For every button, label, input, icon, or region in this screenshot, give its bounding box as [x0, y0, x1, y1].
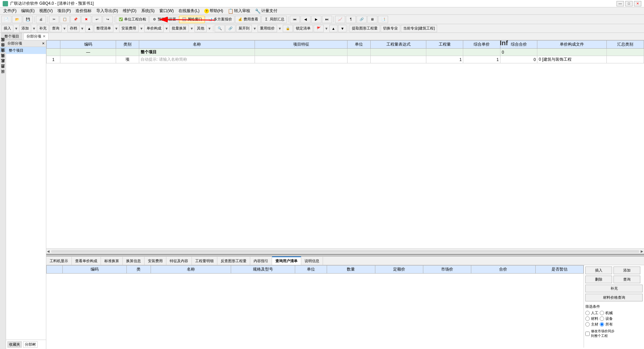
query-toolbar-button[interactable]: 查询 [50, 25, 62, 32]
lock-icon-button[interactable]: 🔒 [283, 25, 293, 32]
reuse-price-button[interactable]: 重用组价 [258, 25, 277, 32]
bottom-tab-std-convert[interactable]: 标准换算 [101, 256, 123, 265]
tab-close-division[interactable]: ✕ [43, 34, 46, 39]
local-sum-button[interactable]: Σ局部汇总 [261, 16, 287, 23]
right-query-button[interactable]: 查询 [613, 276, 640, 283]
filter-mainmat-radio[interactable] [585, 322, 590, 327]
budget-settings-button[interactable]: ⚙预算书设置 [149, 16, 178, 23]
restore-button[interactable]: □ [625, 1, 633, 6]
new-button[interactable]: 📄 [1, 16, 11, 23]
extract-qty-button[interactable]: 提取图形工程量 [350, 25, 380, 32]
lock-list-button[interactable]: 锁定清单 [293, 25, 313, 32]
menu-item-review[interactable]: 📋转入审核 [226, 7, 252, 14]
batch-convert-button[interactable]: 批量换算 [169, 25, 189, 32]
filter-machine-radio[interactable] [600, 311, 604, 315]
undo-button[interactable]: ↩ [92, 16, 102, 23]
left-tab-cost[interactable]: 费用汇总 [0, 68, 6, 74]
bottom-tab-content-guide[interactable]: 内容指引 [250, 256, 272, 265]
right-add-button[interactable]: 添加 [613, 267, 640, 274]
filter-material-radio[interactable] [585, 316, 590, 321]
supplement-toolbar-button[interactable]: 补充 [37, 25, 49, 32]
next-page-button[interactable]: ▶ [311, 16, 321, 23]
bottom-tab-features[interactable]: 特征及内容 [166, 256, 192, 265]
multi-scheme-button[interactable]: 📊多方案报价 [205, 16, 234, 23]
left-tab-division[interactable]: 分部分项 [0, 47, 6, 52]
copy-button[interactable]: 📋 [60, 16, 70, 23]
menu-item-import-export[interactable]: 导入导出(D) [94, 7, 120, 14]
menu-item-project[interactable]: 项目(P) [55, 7, 73, 14]
prev-page-button[interactable]: ◀ [301, 16, 311, 23]
format-button[interactable]: ¶ [346, 16, 356, 23]
menu-item-help[interactable]: ?帮助(H) [202, 7, 225, 14]
left-tab-measures[interactable]: 措施项目 [0, 52, 6, 58]
save-button[interactable]: 💾 [23, 16, 33, 23]
bottom-tab-user-query[interactable]: 查询用户清单 [272, 256, 301, 265]
menu-item-cost-index[interactable]: 造价指标 [73, 7, 94, 14]
flag-button[interactable]: 🚩 [314, 25, 324, 32]
bottom-tab-install-fee[interactable]: 安装费用 [145, 256, 166, 265]
redo-button[interactable]: ↪ [103, 16, 113, 23]
unit-price-button[interactable]: 单价构成 [144, 25, 164, 32]
link-button[interactable]: 🔗 [357, 16, 367, 23]
sync-checkbox[interactable] [585, 332, 590, 336]
left-tab-overview[interactable]: 工程概况 [0, 42, 6, 47]
menu-item-file[interactable]: 文件(F) [1, 7, 18, 14]
search-toolbar-button[interactable]: 🔍 [215, 25, 225, 32]
cut-button[interactable]: ✂ [49, 16, 59, 23]
arrange-list-button[interactable]: 整理清单 [94, 25, 113, 32]
open-button[interactable]: 📂 [12, 16, 22, 23]
tree-close-button[interactable]: ✕ [42, 42, 45, 45]
arrow-up-button[interactable]: ▲ [85, 25, 94, 32]
report-button[interactable]: 📑 [378, 16, 388, 23]
menu-item-view[interactable]: 视图(V) [37, 7, 55, 14]
move-up-button[interactable]: ▲ [329, 25, 338, 32]
bottom-tab-labor-machine[interactable]: 工料机显示 [46, 256, 72, 265]
right-supplement-button[interactable]: 补充 [585, 285, 643, 292]
delete-toolbar-button[interactable]: ✖ [81, 16, 91, 23]
first-page-button[interactable]: ⏮ [290, 16, 300, 23]
tree-tab-collect[interactable]: 收藏夹 [7, 341, 22, 348]
tree-item-whole[interactable]: 整个项目 [6, 47, 46, 54]
other-button[interactable]: 其他 [195, 25, 207, 32]
menu-item-measurement[interactable]: 🔧计量支付 [253, 7, 279, 14]
archive-button[interactable]: 存档 [67, 25, 79, 32]
menu-item-maintain[interactable]: 维护(D) [121, 7, 139, 14]
bottom-tab-unit-price[interactable]: 查看单价构成 [72, 256, 101, 265]
left-tab-other[interactable]: 其他项目 [0, 58, 6, 63]
fee-view-button[interactable]: 💰费用查看 [235, 16, 261, 23]
filter-all-radio[interactable] [600, 322, 604, 327]
properties-button[interactable]: 🪟属性窗口 [179, 16, 205, 23]
table-row[interactable]: 1 项 自动提示: 请输入名称简称 1 1 0 0 [建筑与装饰工程 [47, 56, 644, 63]
filter-equipment-radio[interactable] [600, 316, 604, 321]
close-button[interactable]: ✕ [634, 1, 641, 6]
tree-tab-section[interactable]: 分部树 [23, 341, 38, 348]
table-row[interactable]: — 整个项目 0 [47, 49, 644, 56]
menu-item-system[interactable]: 系统(S) [139, 7, 157, 14]
unit-check-button[interactable]: ✅单位工程自检 [116, 16, 149, 23]
menu-item-edit[interactable]: 编辑(E) [19, 7, 37, 14]
left-tab-labor[interactable]: 人材机汇总 [0, 63, 6, 68]
bottom-tab-qty-detail[interactable]: 工程量明细 [192, 256, 217, 265]
last-page-button[interactable]: ⏭ [322, 16, 332, 23]
tab-division[interactable]: 分部分项 ✕ [23, 33, 49, 40]
move-down-button[interactable]: ▼ [338, 25, 346, 32]
expand-to-button[interactable]: 展开到 [236, 25, 252, 32]
menu-item-online[interactable]: 在线服务(L) [176, 7, 202, 14]
filter-labor-radio[interactable] [585, 311, 590, 315]
tab-whole-project[interactable]: 整个项目 [1, 33, 22, 40]
switch-spec-button[interactable]: 切换专业 [381, 25, 400, 32]
install-fee-button[interactable]: 安装费用 [119, 25, 139, 32]
add-toolbar-button[interactable]: 添加 [19, 25, 31, 32]
left-tab-report[interactable]: 报表 [0, 74, 6, 79]
price-query-button[interactable]: 材料价格查询 [585, 294, 643, 301]
right-delete-button[interactable]: 删除 [585, 276, 612, 283]
hscroll-area[interactable]: ◀ ▶ [46, 248, 644, 254]
link-toolbar-button[interactable]: 🔗 [225, 25, 235, 32]
minimize-button[interactable]: — [616, 1, 624, 6]
bottom-tab-notes[interactable]: 说明信息 [301, 256, 323, 265]
bottom-tab-reverse-check[interactable]: 反查图形工程量 [217, 256, 250, 265]
menu-item-window[interactable]: 窗口(W) [157, 7, 176, 14]
right-insert-button[interactable]: 插入 [585, 267, 612, 274]
calc-button[interactable]: 🖥 [367, 16, 377, 23]
print-button[interactable]: 🖨 [36, 16, 46, 23]
